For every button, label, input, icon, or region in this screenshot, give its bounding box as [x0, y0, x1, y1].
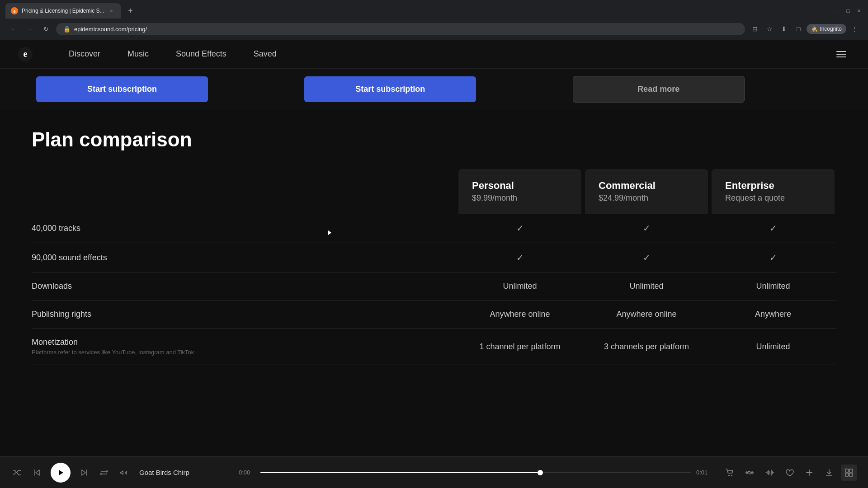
- sound-effects-enterprise: ✓: [712, 252, 835, 263]
- back-btn[interactable]: ←: [7, 23, 20, 35]
- incognito-profile-btn[interactable]: 🕵 Incognito: [807, 24, 846, 34]
- app-container: e Discover Music Sound Effects Saved Sta…: [0, 40, 868, 456]
- plan-header-row: Personal $9.99/month Commercial $24.99/m…: [32, 169, 836, 214]
- sound-effects-row: 90,000 sound effects ✓ ✓ ✓: [32, 243, 836, 272]
- tab-close-btn[interactable]: ×: [108, 7, 115, 14]
- commercial-plan-name: Commercial: [599, 180, 694, 192]
- svg-point-5: [731, 475, 732, 476]
- new-tab-btn[interactable]: +: [124, 5, 137, 17]
- profile-window-icon[interactable]: □: [792, 23, 805, 35]
- minimize-btn[interactable]: ─: [834, 7, 841, 14]
- monetization-sub-label: Platforms refer to services like YouTube…: [32, 349, 457, 356]
- nav-saved[interactable]: Saved: [254, 49, 277, 59]
- browser-chrome: e Pricing & Licensing | Epidemic S... × …: [0, 0, 868, 40]
- incognito-icon: 🕵: [811, 26, 818, 32]
- tracks-row: 40,000 tracks ✓ ✓ ✓: [32, 214, 836, 243]
- commercial-plan-header: Commercial $24.99/month: [585, 169, 708, 214]
- shuffle-btn[interactable]: [11, 466, 24, 479]
- url-display: epidemicsound.com/pricing/: [74, 26, 147, 33]
- bookmark-icon[interactable]: ☆: [763, 23, 776, 35]
- cast-icon[interactable]: ⊟: [749, 23, 761, 35]
- sound-effects-commercial: ✓: [585, 252, 708, 263]
- maximize-btn[interactable]: □: [844, 7, 852, 14]
- downloads-enterprise: Unlimited: [712, 282, 835, 291]
- hamburger-line-2: [836, 54, 846, 55]
- personal-plan-price: $9.99/month: [472, 193, 568, 203]
- comparison-rows: 40,000 tracks ✓ ✓ ✓ 90,000 sound effects…: [32, 214, 836, 365]
- play-btn[interactable]: [51, 463, 71, 483]
- download-icon[interactable]: ⬇: [778, 23, 790, 35]
- personal-subscription-btn[interactable]: Start subscription: [36, 76, 208, 102]
- tracks-label: 40,000 tracks: [32, 224, 457, 233]
- time-current: 0:00: [239, 469, 255, 476]
- plan-comparison-section: Plan comparison Personal $9.99/month Com…: [0, 110, 868, 365]
- commercial-subscription-btn[interactable]: Start subscription: [304, 76, 476, 102]
- browser-tab-active[interactable]: e Pricing & Licensing | Epidemic S... ×: [5, 3, 121, 19]
- top-nav: e Discover Music Sound Effects Saved: [0, 40, 868, 69]
- add-to-cart-btn[interactable]: [722, 465, 738, 481]
- repeat-btn[interactable]: [98, 466, 110, 479]
- forward-btn[interactable]: →: [24, 23, 36, 35]
- tracks-enterprise-check: ✓: [769, 223, 777, 233]
- publishing-rights-personal: Anywhere online: [458, 310, 581, 319]
- time-total: 0:01: [696, 469, 712, 476]
- enterprise-plan-name: Enterprise: [725, 180, 821, 192]
- svg-point-4: [728, 475, 730, 476]
- hamburger-menu[interactable]: [833, 47, 850, 61]
- enterprise-read-more-btn[interactable]: Read more: [573, 76, 745, 103]
- svg-rect-9: [849, 469, 853, 472]
- downloads-label: Downloads: [32, 282, 457, 291]
- progress-area: 0:00 0:01: [239, 469, 712, 476]
- queue-btn[interactable]: [841, 465, 857, 481]
- add-to-playlist-btn[interactable]: [801, 465, 817, 481]
- sound-effects-label: 90,000 sound effects: [32, 253, 457, 263]
- publishing-rights-enterprise: Anywhere: [712, 310, 835, 319]
- section-title: Plan comparison: [32, 128, 836, 151]
- favorite-btn[interactable]: [781, 465, 797, 481]
- publishing-rights-row: Publishing rights Anywhere online Anywhe…: [32, 300, 836, 328]
- personal-plan-header: Personal $9.99/month: [458, 169, 581, 214]
- window-controls: ─ □ ×: [834, 7, 863, 14]
- commercial-sub-col: Start subscription: [300, 76, 568, 102]
- nav-music[interactable]: Music: [127, 49, 149, 59]
- player-controls: [11, 463, 130, 483]
- browser-toolbar: ← → ↻ 🔒 epidemicsound.com/pricing/ ⊟ ☆ ⬇…: [0, 18, 868, 40]
- monetization-enterprise: Unlimited: [712, 342, 835, 352]
- download-track-btn[interactable]: [821, 465, 837, 481]
- commercial-plan-price: $24.99/month: [599, 193, 694, 203]
- svg-rect-11: [849, 473, 853, 476]
- extensions-btn[interactable]: ⋮: [848, 23, 861, 35]
- hamburger-line-1: [836, 51, 846, 52]
- reload-btn[interactable]: ↻: [40, 23, 52, 35]
- player-actions: [722, 465, 857, 481]
- volume-btn[interactable]: [118, 466, 130, 479]
- nav-sound-effects[interactable]: Sound Effects: [176, 49, 226, 59]
- progress-bar[interactable]: [260, 472, 691, 473]
- toolbar-icons: ⊟ ☆ ⬇ □ 🕵 Incognito ⋮: [749, 23, 861, 35]
- address-bar[interactable]: 🔒 epidemicsound.com/pricing/: [56, 23, 745, 35]
- personal-plan-name: Personal: [472, 180, 568, 192]
- tab-title: Pricing & Licensing | Epidemic S...: [22, 8, 104, 14]
- share-link-btn[interactable]: [741, 465, 758, 481]
- enterprise-plan-header: Enterprise Request a quote: [712, 169, 835, 214]
- progress-thumb: [538, 470, 543, 475]
- sound-effects-commercial-check: ✓: [643, 253, 651, 263]
- waveform-btn[interactable]: [761, 465, 778, 481]
- enterprise-plan-price: Request a quote: [725, 193, 821, 203]
- mouse-cursor: [328, 230, 331, 235]
- monetization-label: Monetization Platforms refer to services…: [32, 338, 457, 356]
- prev-btn[interactable]: [31, 466, 43, 479]
- publishing-rights-commercial: Anywhere online: [585, 310, 708, 319]
- tab-favicon: e: [11, 7, 18, 14]
- sound-effects-personal-check: ✓: [516, 253, 524, 263]
- tracks-personal: ✓: [458, 223, 581, 234]
- close-window-btn[interactable]: ×: [855, 7, 863, 14]
- browser-title-bar: e Pricing & Licensing | Epidemic S... × …: [0, 0, 868, 18]
- next-btn[interactable]: [78, 466, 90, 479]
- nav-discover[interactable]: Discover: [69, 49, 100, 59]
- empty-header-cell: [32, 169, 457, 214]
- nav-links: Discover Music Sound Effects Saved: [69, 49, 277, 59]
- track-info: Goat Birds Chirp: [139, 469, 230, 476]
- downloads-commercial: Unlimited: [585, 282, 708, 291]
- logo[interactable]: e: [18, 47, 33, 61]
